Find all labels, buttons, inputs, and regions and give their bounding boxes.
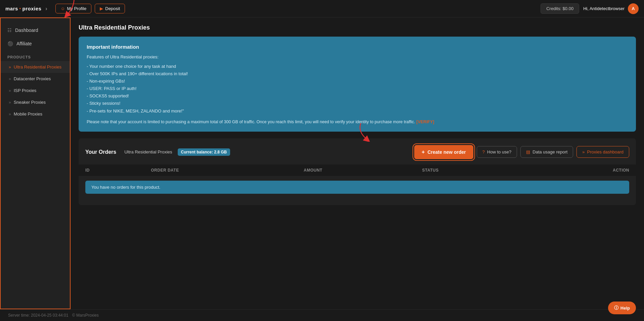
info-box-title: Important information [87, 44, 628, 50]
logo: mars·proxies › [5, 5, 47, 12]
col-amount: AMOUNT [297, 165, 415, 176]
orders-actions: + Create new order ? How to use? ▤ Data … [414, 145, 629, 159]
sidebar-label-mobile: Mobile Proxies [14, 111, 42, 117]
col-status: STATUS [415, 165, 526, 176]
grid-icon: ☷ [7, 28, 12, 33]
topnav-actions: ☺ My Profile ▶ Deposit [55, 4, 125, 13]
sidebar-label-dashboard: Dashboard [15, 28, 38, 33]
sidebar-label-isp: ISP Proxies [14, 88, 37, 93]
sidebar-label-ultra-residential: Ultra Residential Proxies [14, 64, 61, 70]
double-chevron-right-icon-4: » [9, 100, 11, 105]
info-box-subtitle: Features of Ultra Residential proxies: [87, 54, 628, 59]
help-button[interactable]: ⓘ Help [608, 302, 636, 314]
server-time: Server time: 2024-04-25 03:44:01 [8, 313, 68, 318]
chart-icon: ▤ [526, 149, 530, 154]
orders-product-label: Ultra Residential Proxies [124, 149, 172, 154]
proxies-dashboard-button[interactable]: » Proxies dashboard [576, 146, 629, 158]
topnav: mars·proxies › ☺ My Profile ▶ Deposit Cr… [0, 0, 644, 17]
deposit-label: Deposit [105, 6, 120, 11]
user-info: Hi, Antidetectbrowser A [583, 3, 639, 14]
table-body: You have no orders for this product. [79, 176, 636, 198]
no-orders-message: You have no orders for this product. [85, 181, 629, 194]
sidebar-item-datacenter[interactable]: » Datacenter Proxies [1, 73, 70, 85]
feature-5: - SOCKS5 supported! [87, 92, 628, 100]
feature-7: - Pre-sets for NIKE, MESH, ZALANDO and m… [87, 107, 628, 115]
create-order-button[interactable]: + Create new order [414, 145, 473, 159]
credits-label: Credits: $0.00 [546, 6, 573, 11]
table-header-row: ID ORDER DATE AMOUNT STATUS ACTION [79, 165, 636, 176]
logo-text: mars·proxies [5, 5, 41, 12]
copyright: © MarsProxies [72, 313, 99, 318]
plus-icon: + [422, 149, 425, 155]
create-order-label: Create new order [427, 149, 466, 155]
help-label: Help [620, 306, 630, 311]
orders-title: Your Orders [85, 149, 116, 155]
deposit-button[interactable]: ▶ Deposit [95, 4, 125, 13]
sidebar-item-mobile[interactable]: » Mobile Proxies [1, 108, 70, 120]
double-chevron-right-icon: » [9, 65, 11, 70]
orders-section: Your Orders Ultra Residential Proxies Cu… [79, 138, 636, 205]
sidebar-label-affiliate: Affiliate [16, 41, 32, 46]
person-outline-icon: ⚫ [7, 41, 13, 46]
table-header: ID ORDER DATE AMOUNT STATUS ACTION [79, 165, 636, 176]
footer: Server time: 2024-04-25 03:44:01 © MarsP… [0, 309, 644, 321]
video-icon: ▶ [100, 6, 103, 11]
double-chevron-dash-icon: » [582, 149, 585, 154]
footer-spacer [79, 205, 636, 219]
feature-4: - USER: PASS or IP auth! [87, 85, 628, 92]
info-box-list: - Your number one choice for any task at… [87, 63, 628, 115]
topnav-right: Credits: $0.00 Hi, Antidetectbrowser A [541, 3, 639, 14]
layout: ☷ Dashboard ⚫ Affiliate PRODUCTS » Ultra… [0, 17, 644, 309]
sidebar: ☷ Dashboard ⚫ Affiliate PRODUCTS » Ultra… [0, 17, 71, 309]
question-icon: ? [482, 149, 485, 154]
avatar: A [628, 3, 639, 14]
col-order-date: ORDER DATE [144, 165, 297, 176]
sidebar-item-isp[interactable]: » ISP Proxies [1, 85, 70, 96]
double-chevron-right-icon-5: » [9, 112, 11, 117]
sidebar-item-dashboard[interactable]: ☷ Dashboard [1, 24, 70, 37]
col-id: ID [79, 165, 144, 176]
col-action: ACTION [526, 165, 636, 176]
proxies-dash-label: Proxies dashboard [587, 149, 624, 154]
sidebar-label-sneaker: Sneaker Proxies [14, 100, 46, 105]
no-orders-cell-wrapper: You have no orders for this product. [79, 176, 636, 198]
user-greeting: Hi, Antidetectbrowser [583, 6, 625, 11]
double-chevron-right-icon-2: » [9, 77, 11, 81]
orders-header: Your Orders Ultra Residential Proxies Cu… [79, 145, 636, 165]
sidebar-label-datacenter: Datacenter Proxies [14, 76, 51, 81]
logo-chevron-icon: › [45, 6, 47, 12]
logo-dot: · [19, 5, 22, 12]
help-circle-icon: ⓘ [614, 305, 618, 311]
no-orders-row: You have no orders for this product. [79, 176, 636, 198]
how-to-label: How to use? [487, 149, 511, 154]
verify-link[interactable]: [VERIFY] [416, 120, 434, 124]
main-content: Ultra Residential Proxies Important info… [71, 17, 644, 309]
person-icon: ☺ [60, 6, 65, 11]
info-box-notice: Please note that your account is limited… [87, 120, 628, 124]
how-to-use-button[interactable]: ? How to use? [477, 146, 517, 158]
products-section-label: PRODUCTS [1, 50, 70, 61]
profile-label: My Profile [67, 6, 86, 11]
info-box: Important information Features of Ultra … [79, 37, 636, 132]
page-title: Ultra Residential Proxies [79, 24, 636, 31]
data-usage-label: Data usage report [532, 149, 567, 154]
feature-6: - Sticky sessions! [87, 100, 628, 107]
balance-badge: Current balance: 2.8 GB [178, 148, 230, 156]
my-profile-button[interactable]: ☺ My Profile [55, 4, 91, 13]
orders-table: ID ORDER DATE AMOUNT STATUS ACTION You h… [79, 165, 636, 198]
sidebar-item-ultra-residential[interactable]: » Ultra Residential Proxies [1, 61, 70, 73]
sidebar-item-affiliate[interactable]: ⚫ Affiliate [1, 37, 70, 50]
feature-3: - Non-expiring GBs! [87, 78, 628, 85]
credits-badge: Credits: $0.00 [541, 3, 579, 14]
feature-1: - Your number one choice for any task at… [87, 63, 628, 70]
sidebar-item-sneaker[interactable]: » Sneaker Proxies [1, 96, 70, 108]
data-usage-button[interactable]: ▤ Data usage report [520, 146, 573, 158]
double-chevron-right-icon-3: » [9, 88, 11, 93]
feature-2: - Over 500K IPs and 190+ different locat… [87, 70, 628, 78]
